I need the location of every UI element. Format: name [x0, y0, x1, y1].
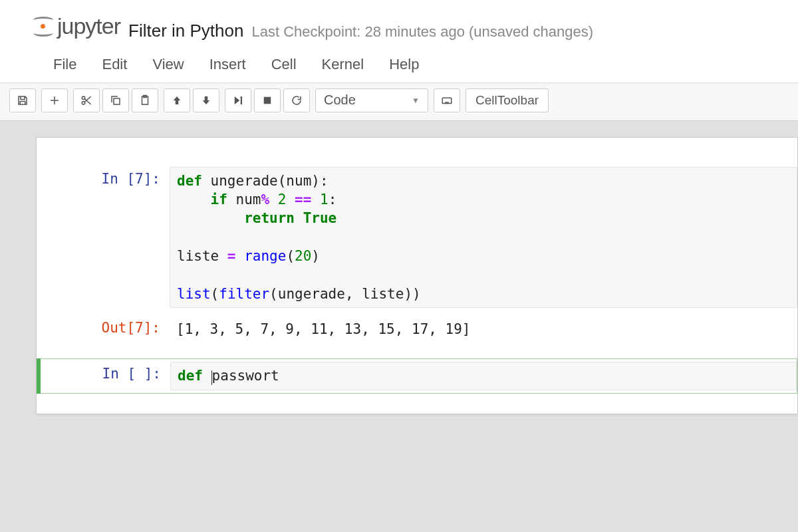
- menu-view[interactable]: View: [152, 56, 184, 73]
- header: jupyter Filter in Python Last Checkpoint…: [0, 0, 798, 82]
- jupyter-app: jupyter Filter in Python Last Checkpoint…: [0, 0, 798, 441]
- logo-text: jupyter: [57, 13, 120, 39]
- restart-icon: [291, 94, 303, 106]
- cell-toolbar-label: CellToolbar: [475, 93, 539, 108]
- svg-rect-2: [114, 98, 120, 104]
- code-cell-output: Out[7]: [1, 3, 5, 7, 9, 11, 13, 15, 17, …: [37, 313, 797, 345]
- menubar: File Edit View Insert Cell Kernel Help: [33, 47, 785, 82]
- paste-button[interactable]: [132, 88, 158, 112]
- input-prompt: In [ ]:: [37, 362, 170, 382]
- code-output-area: [1, 3, 5, 7, 9, 11, 13, 15, 17, 19]: [170, 316, 797, 342]
- input-prompt: In [7]:: [37, 167, 170, 187]
- paste-icon: [139, 94, 151, 106]
- cell-type-value: Code: [324, 92, 356, 108]
- code-cell-active[interactable]: In [ ]: def passwort: [37, 358, 797, 393]
- cell-type-select[interactable]: Code: [315, 88, 428, 112]
- code-input-area[interactable]: def ungerade(num): if num% 2 == 1: retur…: [170, 167, 797, 308]
- keyboard-icon: [441, 94, 453, 106]
- svg-point-1: [82, 101, 85, 104]
- command-palette-button[interactable]: [434, 88, 460, 112]
- menu-cell[interactable]: Cell: [271, 56, 297, 73]
- save-icon: [17, 94, 29, 106]
- jupyter-logo-icon: [33, 17, 53, 37]
- scissors-icon: [80, 94, 92, 106]
- svg-point-0: [82, 96, 85, 100]
- checkpoint-status: Last Checkpoint: 28 minutes ago (unsaved…: [251, 23, 593, 41]
- cell-toolbar-button[interactable]: CellToolbar: [466, 88, 549, 112]
- move-down-button[interactable]: [193, 88, 219, 112]
- arrow-up-icon: [171, 94, 183, 106]
- menu-insert[interactable]: Insert: [209, 56, 246, 73]
- header-row: jupyter Filter in Python Last Checkpoint…: [33, 5, 785, 47]
- menu-kernel[interactable]: Kernel: [322, 56, 364, 73]
- restart-button[interactable]: [283, 88, 310, 112]
- copy-icon: [110, 94, 122, 106]
- plus-icon: [49, 94, 61, 106]
- menu-help[interactable]: Help: [389, 56, 419, 73]
- save-button[interactable]: [9, 88, 36, 112]
- menu-file[interactable]: File: [53, 56, 76, 73]
- run-button[interactable]: [225, 88, 251, 112]
- insert-cell-button[interactable]: [41, 88, 68, 112]
- arrow-down-icon: [200, 94, 212, 106]
- svg-rect-5: [264, 96, 271, 104]
- toolbar: Code CellToolbar: [0, 82, 798, 121]
- notebook-container: In [7]: def ungerade(num): if num% 2 == …: [0, 121, 798, 441]
- step-forward-icon: [232, 94, 244, 106]
- notebook-title[interactable]: Filter in Python: [128, 21, 243, 41]
- code-cell[interactable]: In [7]: def ungerade(num): if num% 2 == …: [37, 164, 797, 311]
- code-input-area[interactable]: def passwort: [170, 362, 797, 390]
- stop-icon: [261, 94, 273, 106]
- jupyter-logo[interactable]: jupyter: [33, 13, 120, 39]
- notebook: In [7]: def ungerade(num): if num% 2 == …: [36, 137, 798, 414]
- cut-button[interactable]: [73, 88, 100, 112]
- menu-edit[interactable]: Edit: [102, 56, 127, 73]
- copy-button[interactable]: [102, 88, 129, 112]
- interrupt-button[interactable]: [254, 88, 281, 112]
- output-prompt: Out[7]:: [37, 316, 170, 336]
- move-up-button[interactable]: [164, 88, 190, 112]
